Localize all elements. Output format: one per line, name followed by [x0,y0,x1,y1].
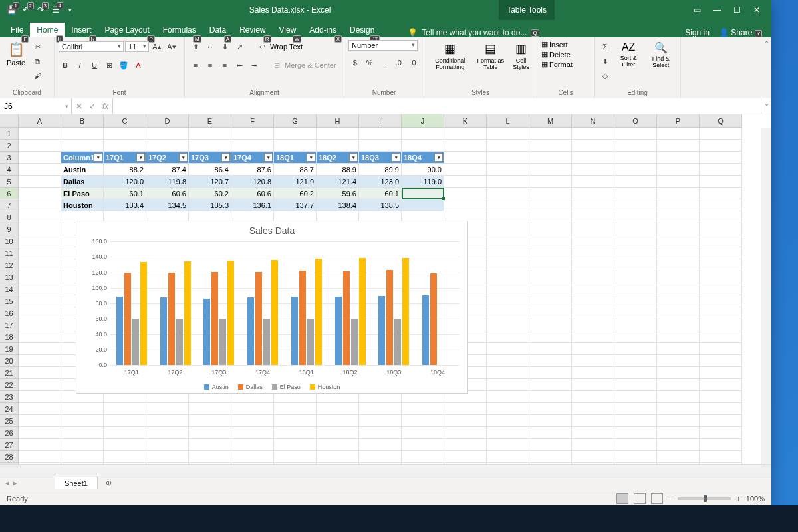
italic-button[interactable]: I [73,59,86,72]
cell[interactable]: 123.0 [359,176,402,188]
cell[interactable] [487,355,529,367]
cell[interactable]: Dallas [61,176,104,188]
cell[interactable] [614,200,657,211]
percent-icon[interactable]: % [363,56,376,69]
cell[interactable] [657,247,700,259]
cell[interactable] [487,367,529,379]
fill-color-icon[interactable]: 🪣 [117,59,130,72]
cell[interactable] [444,415,487,427]
zoom-out-button[interactable]: − [668,495,672,503]
column-header[interactable]: L [487,114,529,128]
cell[interactable] [529,247,572,259]
cell[interactable] [572,391,614,403]
cell[interactable] [572,152,614,164]
cell[interactable] [19,176,61,188]
cell[interactable] [19,200,61,211]
filter-dropdown-icon[interactable]: ▾ [94,153,102,162]
cell[interactable] [189,463,231,464]
cell[interactable] [529,439,572,451]
cell[interactable] [572,355,614,367]
filter-dropdown-icon[interactable]: ▾ [221,153,230,162]
cell[interactable] [146,140,189,152]
cell[interactable]: 138.4 [317,200,359,211]
cell[interactable] [104,415,146,427]
cell[interactable] [614,307,657,319]
cell[interactable] [444,451,487,463]
cell[interactable] [19,259,61,271]
cell[interactable] [529,235,572,247]
cell[interactable] [657,271,700,283]
cell[interactable] [487,283,529,295]
cell[interactable] [700,391,742,403]
currency-icon[interactable]: $ [348,56,362,69]
cell[interactable] [487,379,529,391]
cell[interactable] [487,331,529,343]
cell[interactable] [19,223,61,235]
cell[interactable] [487,211,529,223]
indent-dec-icon[interactable]: ⇤ [233,59,246,72]
row-header[interactable]: 26 [0,427,19,439]
tab-page-layout[interactable]: Page LayoutP [98,23,156,37]
cell[interactable] [61,403,104,415]
column-header[interactable]: D [146,114,189,128]
cell[interactable] [146,463,189,464]
cell[interactable] [700,128,742,140]
cell[interactable] [61,140,104,152]
dec-decimal-icon[interactable]: .0 [406,56,420,69]
cell[interactable]: 136.1 [231,200,274,211]
row-header[interactable]: 15 [0,295,19,307]
tab-formulas[interactable]: FormulasM [156,23,203,37]
row-header[interactable]: 5 [0,176,19,188]
filter-dropdown-icon[interactable]: ▾ [136,153,145,162]
cell[interactable] [487,415,529,427]
cell[interactable]: 120.7 [189,176,231,188]
cell[interactable]: 18Q4▾ [402,152,444,164]
cell[interactable] [614,211,657,223]
cell[interactable] [19,247,61,259]
column-header[interactable]: N [572,114,614,128]
cell[interactable] [146,451,189,463]
cell[interactable] [487,128,529,140]
cell[interactable] [487,200,529,211]
cell[interactable] [487,235,529,247]
cell[interactable] [614,391,657,403]
cell[interactable] [529,427,572,439]
cell[interactable] [657,379,700,391]
cell[interactable] [231,451,274,463]
qat-undo-icon[interactable]: ↶2 [20,4,32,16]
cell[interactable] [487,463,529,464]
delete-cells-button[interactable]: ▦ Delete [541,50,573,59]
cell[interactable] [19,295,61,307]
cell[interactable] [572,331,614,343]
cell[interactable] [614,319,657,331]
cell[interactable] [146,403,189,415]
cell[interactable] [614,259,657,271]
expand-formula-icon[interactable]: ⌄ [761,98,771,114]
filter-dropdown-icon[interactable]: ▾ [307,153,315,162]
paste-button[interactable]: 📋 Paste [4,40,28,68]
filter-dropdown-icon[interactable]: ▾ [264,153,273,162]
row-header[interactable]: 18 [0,331,19,343]
cell[interactable] [189,128,231,140]
cell[interactable] [19,319,61,331]
row-header[interactable]: 25 [0,415,19,427]
cell[interactable] [444,439,487,451]
row-header[interactable]: 13 [0,271,19,283]
cell[interactable] [700,403,742,415]
cell[interactable] [61,415,104,427]
close-button[interactable]: ✕ [747,3,766,17]
cell[interactable] [487,427,529,439]
cell[interactable] [614,463,657,464]
formula-input[interactable] [113,98,761,114]
cell[interactable] [487,140,529,152]
font-family-select[interactable]: Calibri [59,41,124,52]
cell[interactable] [487,259,529,271]
cell[interactable] [359,128,402,140]
qat-customize-icon[interactable]: ▾ [64,4,76,16]
cell[interactable] [104,140,146,152]
filter-dropdown-icon[interactable]: ▾ [434,153,443,162]
conditional-formatting-button[interactable]: ▦Conditional Formatting [428,40,471,72]
cell[interactable]: 18Q1▾ [274,152,317,164]
filter-dropdown-icon[interactable]: ▾ [349,153,358,162]
copy-icon[interactable]: ⧉ [31,55,44,68]
